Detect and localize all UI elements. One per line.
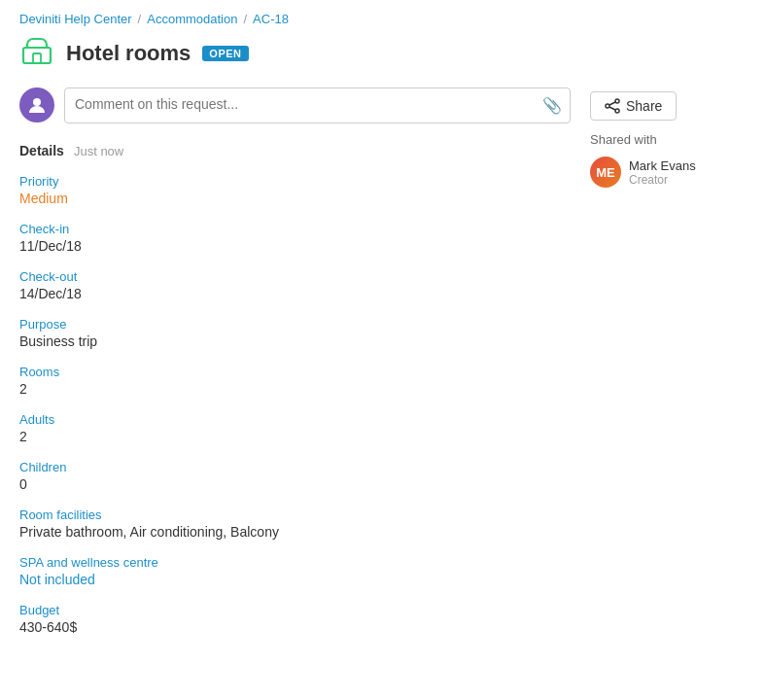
details-section: Details Just now PriorityMediumCheck-in1… — [19, 143, 571, 635]
fields-container: PriorityMediumCheck-in11/Dec/18Check-out… — [19, 174, 571, 635]
field-value: 2 — [19, 429, 571, 444]
user-role: Creator — [629, 173, 696, 187]
field-value: 430-640$ — [19, 619, 571, 635]
svg-point-4 — [606, 104, 609, 108]
svg-point-3 — [615, 99, 619, 103]
field-label: Adults — [19, 412, 571, 427]
hotel-icon — [19, 34, 54, 72]
comment-input-wrapper[interactable]: 📎 — [64, 88, 571, 123]
breadcrumb-link-home[interactable]: Deviniti Help Center — [19, 12, 132, 26]
left-column: 📎 Details Just now PriorityMediumCheck-i… — [19, 88, 571, 650]
breadcrumb-sep-1: / — [138, 12, 142, 26]
field-value: Medium — [19, 191, 571, 206]
field-group: Budget430-640$ — [19, 603, 571, 635]
svg-rect-0 — [23, 48, 51, 63]
right-column: Share Shared with ME Mark Evans Creator — [590, 88, 746, 650]
field-value: Not included — [19, 572, 571, 587]
breadcrumb-link-accommodation[interactable]: Accommodation — [147, 12, 237, 26]
details-time: Just now — [74, 144, 123, 158]
field-value: 14/Dec/18 — [19, 286, 571, 301]
page-header: Hotel rooms OPEN — [0, 34, 765, 88]
field-label: Check-in — [19, 222, 571, 236]
shared-with-label: Shared with — [590, 132, 746, 147]
svg-line-6 — [609, 102, 615, 105]
field-label: SPA and wellness centre — [19, 555, 571, 570]
field-label: Check-out — [19, 269, 571, 284]
field-value: 2 — [19, 381, 571, 397]
field-label: Budget — [19, 603, 571, 617]
comment-area: 📎 — [19, 88, 571, 123]
field-value: 0 — [19, 476, 571, 492]
share-button[interactable]: Share — [590, 91, 677, 121]
field-group: Adults2 — [19, 412, 571, 444]
svg-point-5 — [615, 109, 619, 113]
svg-rect-1 — [33, 53, 41, 63]
field-group: Children0 — [19, 460, 571, 492]
field-group: Rooms2 — [19, 365, 571, 397]
field-label: Room facilities — [19, 508, 571, 522]
page-title: Hotel rooms — [66, 41, 191, 66]
field-label: Rooms — [19, 365, 571, 379]
attach-icon[interactable]: 📎 — [542, 96, 562, 115]
field-label: Priority — [19, 174, 571, 189]
field-group: SPA and wellness centreNot included — [19, 555, 571, 587]
user-info: Mark Evans Creator — [629, 158, 696, 187]
shared-user: ME Mark Evans Creator — [590, 157, 746, 188]
current-user-avatar — [19, 88, 54, 122]
comment-input[interactable] — [75, 96, 539, 112]
avatar: ME — [590, 157, 621, 188]
field-group: Check-in11/Dec/18 — [19, 222, 571, 254]
share-label: Share — [626, 98, 662, 114]
field-label: Purpose — [19, 317, 571, 332]
breadcrumb-link-current[interactable]: AC-18 — [253, 12, 289, 26]
svg-point-2 — [33, 98, 41, 106]
field-group: Check-out14/Dec/18 — [19, 269, 571, 301]
main-layout: 📎 Details Just now PriorityMediumCheck-i… — [0, 88, 765, 650]
field-value: 11/Dec/18 — [19, 238, 571, 254]
svg-line-7 — [609, 107, 615, 110]
breadcrumb: Deviniti Help Center / Accommodation / A… — [0, 0, 765, 34]
field-group: PurposeBusiness trip — [19, 317, 571, 349]
breadcrumb-sep-2: / — [243, 12, 247, 26]
field-label: Children — [19, 460, 571, 474]
details-header: Details Just now — [19, 143, 571, 158]
details-label: Details — [19, 143, 64, 158]
field-group: Room facilitiesPrivate bathroom, Air con… — [19, 508, 571, 540]
field-value: Private bathroom, Air conditioning, Balc… — [19, 524, 571, 540]
field-value: Business trip — [19, 333, 571, 349]
user-name: Mark Evans — [629, 158, 696, 173]
field-group: PriorityMedium — [19, 174, 571, 206]
status-badge: OPEN — [202, 46, 248, 61]
